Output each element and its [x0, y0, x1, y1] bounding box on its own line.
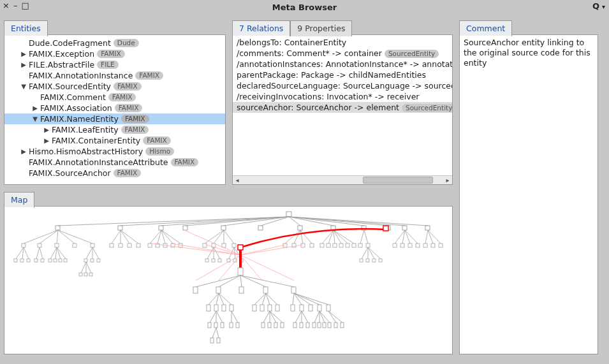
tree-label: FILE.AbstractFile: [29, 60, 94, 69]
tree-toggle-collapsed-icon[interactable]: ▶: [20, 50, 27, 57]
svg-line-219: [294, 293, 328, 305]
svg-line-158: [240, 255, 294, 280]
tree-row[interactable]: ▶FAMIX.ContainerEntityFAMIX: [4, 135, 225, 146]
svg-line-111: [322, 230, 334, 244]
tree-row[interactable]: FAMIX.AnnotationInstanceAttributeFAMIX: [4, 157, 225, 168]
tree-row[interactable]: ▶FAMIX.AssociationFAMIX: [4, 103, 225, 113]
svg-line-49: [57, 247, 61, 259]
tree-row[interactable]: ▶Hismo.HismoAbstractHistoryHismo: [4, 146, 225, 157]
svg-line-179: [219, 293, 231, 305]
svg-rect-34: [91, 244, 94, 247]
tab-comment[interactable]: Comment: [459, 20, 512, 36]
svg-line-51: [57, 247, 66, 259]
scroll-right-icon[interactable]: ▸: [443, 176, 452, 184]
tree-row[interactable]: ▶FILE.AbstractFileFILE: [4, 59, 225, 70]
tree-row[interactable]: FAMIX.CommentFAMIX: [4, 92, 225, 103]
namespace-badge: Dude: [114, 39, 139, 47]
relation-row[interactable]: parentPackage: Package -> childNamedEnti…: [233, 69, 452, 80]
svg-rect-186: [221, 323, 224, 328]
svg-line-153: [240, 245, 285, 255]
relations-list[interactable]: /belongsTo: ContainerEntity/comments: Co…: [233, 35, 452, 184]
tree-toggle-expanded-icon[interactable]: ▼: [20, 83, 27, 90]
svg-rect-134: [379, 259, 382, 262]
relation-row[interactable]: /receivingInvocations: Invocation* -> re…: [233, 91, 452, 102]
map-canvas[interactable]: [4, 207, 452, 354]
svg-line-231: [319, 311, 325, 323]
entities-tree[interactable]: Dude.CodeFragmentDude▶FAMIX.ExceptionFAM…: [4, 35, 225, 184]
svg-rect-196: [253, 305, 256, 311]
relations-hscrollbar[interactable]: ◂ ▸: [233, 175, 452, 184]
scroll-left-icon[interactable]: ◂: [233, 176, 242, 184]
tab-relations[interactable]: 7 Relations: [232, 20, 290, 36]
svg-rect-232: [323, 323, 326, 328]
relation-row[interactable]: sourceAnchor: SourceAnchor -> elementSou…: [233, 102, 452, 113]
svg-line-163: [196, 275, 240, 287]
tree-row[interactable]: FAMIX.AnnotationInstanceFAMIX: [4, 70, 225, 81]
svg-line-127: [362, 247, 368, 259]
tree-row[interactable]: ▼FAMIX.SourcedEntityFAMIX: [4, 81, 225, 92]
tree-toggle-collapsed-icon[interactable]: ▶: [43, 126, 50, 133]
svg-line-235: [328, 311, 336, 323]
scroll-track[interactable]: [242, 176, 443, 184]
search-icon[interactable]: Q: [592, 1, 599, 11]
svg-line-203: [263, 311, 270, 323]
svg-line-227: [314, 311, 319, 323]
svg-rect-190: [236, 323, 239, 328]
svg-rect-144: [423, 244, 427, 247]
tree-row[interactable]: ▶FAMIX.LeafEntityFAMIX: [4, 124, 225, 135]
tree-toggle-expanded-icon[interactable]: ▼: [31, 115, 39, 122]
map-panel: Map: [4, 206, 453, 354]
relation-text: /comments: Comment* -> container: [237, 48, 382, 58]
svg-line-121: [334, 230, 354, 244]
map-diagram: [4, 207, 453, 355]
svg-rect-84: [203, 244, 207, 247]
tree-toggle-collapsed-icon[interactable]: ▶: [20, 61, 27, 68]
tree-label: FAMIX.Comment: [40, 92, 106, 102]
tree-row[interactable]: FAMIX.SourceAnchorFAMIX: [4, 168, 225, 178]
tree-row[interactable]: ▼FAMIX.NamedEntityFAMIX: [4, 113, 225, 124]
namespace-badge: FAMIX: [97, 50, 125, 58]
svg-rect-30: [55, 244, 59, 247]
tab-map[interactable]: Map: [4, 192, 34, 208]
tree-toggle-collapsed-icon[interactable]: ▶: [20, 148, 27, 155]
maximize-icon[interactable]: □: [21, 1, 29, 10]
relation-row[interactable]: /comments: Comment* -> containerSourcedE…: [233, 48, 452, 59]
svg-line-189: [231, 311, 238, 323]
svg-rect-160: [238, 245, 243, 250]
relation-text: /receivingInvocations: Invocation* -> re…: [237, 92, 420, 101]
svg-rect-174: [207, 305, 210, 311]
svg-rect-172: [291, 287, 296, 293]
close-icon[interactable]: ×: [3, 1, 10, 10]
relation-row[interactable]: /belongsTo: ContainerEntity: [233, 37, 452, 48]
svg-rect-208: [274, 323, 277, 328]
scroll-thumb[interactable]: [363, 177, 434, 184]
relation-text: parentPackage: Package -> childNamedEnti…: [237, 70, 426, 80]
tab-properties[interactable]: 9 Properties: [290, 20, 352, 36]
tree-row[interactable]: Dude.CodeFragmentDude: [4, 38, 225, 48]
svg-line-237: [328, 311, 342, 323]
search-dropdown-icon[interactable]: ▾: [602, 3, 605, 10]
svg-rect-46: [48, 259, 52, 262]
svg-line-89: [224, 230, 234, 244]
svg-rect-26: [22, 244, 26, 247]
tree-row[interactable]: ▶FAMIX.ExceptionFAMIX: [4, 48, 225, 59]
svg-rect-36: [14, 259, 17, 262]
svg-line-39: [24, 247, 29, 259]
svg-rect-136: [393, 244, 397, 247]
tree-toggle-collapsed-icon[interactable]: ▶: [43, 137, 50, 144]
svg-rect-238: [341, 323, 344, 328]
namespace-badge: Hismo: [145, 147, 174, 156]
relation-row[interactable]: declaredSourceLanguage: SourceLanguage -…: [233, 80, 452, 91]
relation-text: /belongsTo: ContainerEntity: [237, 38, 346, 47]
tree-label: Dude.CodeFragment: [29, 38, 111, 48]
svg-rect-104: [283, 244, 287, 247]
svg-line-33: [58, 230, 92, 244]
tab-entities[interactable]: Entities: [4, 20, 48, 36]
relation-row[interactable]: /annotationInstances: AnnotationInstance…: [233, 59, 452, 69]
svg-rect-66: [110, 244, 114, 247]
tree-toggle-collapsed-icon[interactable]: ▶: [31, 105, 39, 112]
namespace-badge: FAMIX: [135, 71, 163, 80]
svg-line-125: [364, 230, 368, 244]
minimize-icon[interactable]: –: [13, 1, 18, 10]
namespace-badge: FAMIX: [115, 104, 143, 112]
